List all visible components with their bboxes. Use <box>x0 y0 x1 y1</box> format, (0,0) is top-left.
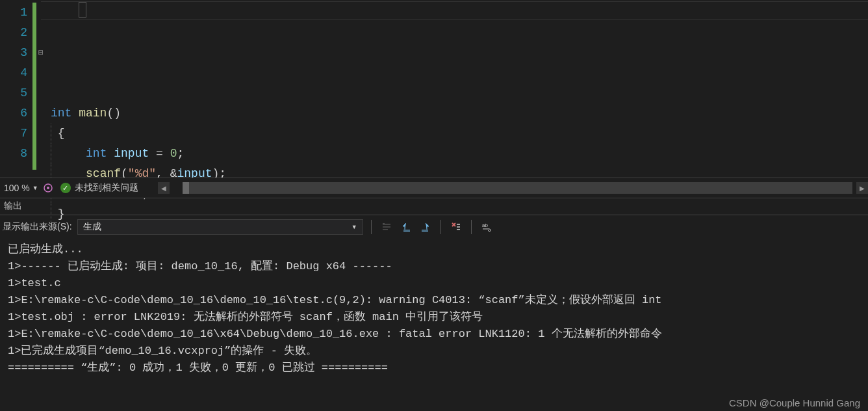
code-line[interactable] <box>51 83 868 103</box>
code-token: int <box>86 144 114 164</box>
line-number-gutter: 12345678 <box>0 0 32 178</box>
code-token: main <box>79 103 107 124</box>
output-line: 1>test.c <box>8 275 860 292</box>
line-number: 4 <box>0 63 27 83</box>
line-number: 2 <box>0 23 27 43</box>
fold-spacer <box>36 63 45 83</box>
watermark-text: CSDN @Couple Hunnid Gang <box>729 397 860 408</box>
fold-spacer <box>36 124 45 144</box>
output-line: 1>test.obj : error LNK2019: 无法解析的外部符号 sc… <box>8 309 860 326</box>
check-circle-icon: ✓ <box>60 183 71 193</box>
fold-toggle-icon[interactable]: ⊟ <box>36 43 45 63</box>
code-token <box>58 144 86 164</box>
horizontal-scrollbar[interactable] <box>183 182 852 194</box>
code-token: 0 <box>170 144 177 164</box>
output-line: 已启动生成... <box>8 241 860 258</box>
output-line: 1>------ 已启动生成: 项目: demo_10_16, 配置: Debu… <box>8 258 860 275</box>
code-line[interactable]: int main() <box>51 103 868 124</box>
scrollbar-thumb[interactable] <box>183 182 189 194</box>
code-token: ; <box>177 144 184 164</box>
output-line: 1>E:\remake-c\C-code\demo_10_16\demo_10_… <box>8 292 860 309</box>
line-number: 1 <box>0 3 27 23</box>
code-token: } <box>58 204 65 224</box>
code-token: { <box>58 124 65 144</box>
output-line: 1>E:\remake-c\C-code\demo_10_16\x64\Debu… <box>8 326 860 343</box>
line-number: 8 <box>0 144 27 164</box>
line-number: 3 <box>0 43 27 63</box>
line-number: 7 <box>0 124 27 144</box>
code-line[interactable]: int input = 0; <box>51 144 868 164</box>
fold-spacer <box>36 144 45 164</box>
fold-spacer <box>36 103 45 124</box>
code-line[interactable] <box>51 63 868 83</box>
zoom-value: 100 % <box>4 183 30 193</box>
chevron-down-icon: ▼ <box>32 185 38 191</box>
code-token: int <box>51 103 79 124</box>
text-cursor <box>79 2 86 18</box>
output-line: 1>已完成生成项目“demo_10_16.vcxproj”的操作 - 失败。 <box>8 343 860 360</box>
editor-status-bar: 100 % ▼ ✓ 未找到相关问题 ◀ ▶ <box>0 178 868 198</box>
code-token: input <box>114 144 156 164</box>
svg-point-1 <box>47 187 49 189</box>
code-editor[interactable]: 12345678 ⊟ int main() { int input = 0; s… <box>0 0 868 178</box>
code-line[interactable]: { <box>51 124 868 144</box>
no-issues-text: 未找到相关问题 <box>75 182 138 194</box>
code-token: = <box>156 144 170 164</box>
scroll-left-arrow[interactable]: ◀ <box>158 182 170 194</box>
fold-spacer <box>36 23 45 43</box>
svg-rect-2 <box>383 223 385 224</box>
fold-gutter[interactable]: ⊟ <box>36 0 45 178</box>
find-message-button[interactable] <box>379 220 394 234</box>
code-line[interactable]: } <box>51 204 868 224</box>
output-log[interactable]: 已启动生成...1>------ 已启动生成: 项目: demo_10_16, … <box>0 239 868 382</box>
scroll-right-arrow[interactable]: ▶ <box>856 182 868 194</box>
intellicode-icon[interactable] <box>42 182 54 194</box>
line-number: 5 <box>0 83 27 103</box>
code-content[interactable]: int main() { int input = 0; scanf("%d", … <box>45 0 868 178</box>
output-line: ========== “生成”: 0 成功，1 失败，0 更新，0 已跳过 ==… <box>8 360 860 377</box>
fold-spacer <box>36 83 45 103</box>
line-number: 6 <box>0 103 27 124</box>
code-token: () <box>107 103 121 124</box>
zoom-level[interactable]: 100 % ▼ <box>0 183 42 193</box>
chevron-down-icon: ▼ <box>351 224 357 230</box>
